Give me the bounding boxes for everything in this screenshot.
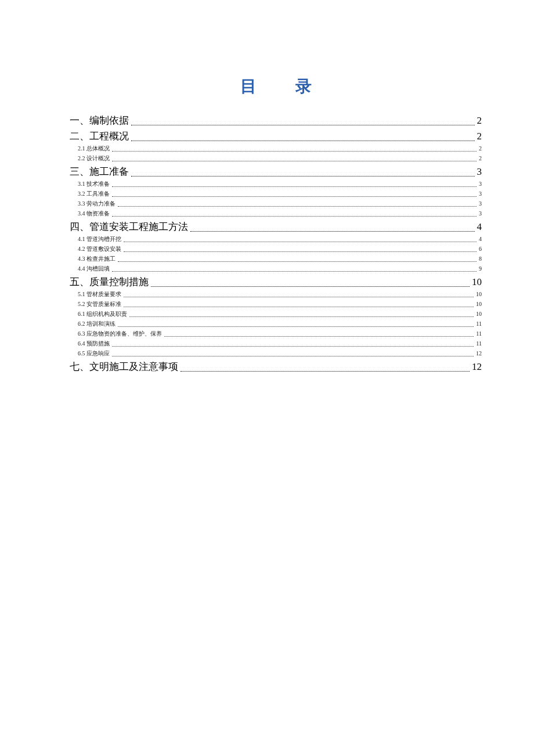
toc-page-number: 10 [476,291,482,297]
toc-leader-dots [112,186,477,187]
toc-leader-dots [151,286,470,287]
toc-page-number: 8 [479,255,482,262]
toc-label: 5.1 管材质量要求 [78,290,121,298]
toc-leader-dots [112,355,474,357]
toc-entry: 七、文明施工及注意事项12 [70,360,482,373]
toc-label: 6.1 组织机构及职责 [78,310,127,318]
toc-entry: 五、质量控制措施10 [70,275,482,289]
toc-entry: 2.1 总体概况2 [78,145,482,153]
toc-page-number: 12 [476,350,482,357]
toc-leader-dots [124,296,474,297]
toc-entry: 3.3 劳动力准备3 [78,200,482,208]
toc-label: 4.2 管道敷设安装 [78,245,121,253]
toc-label: 6.4 预防措施 [78,340,110,348]
toc-page-number: 12 [472,361,482,373]
toc-page-number: 6 [479,246,482,252]
toc-label: 6.2 培训和演练 [78,320,116,328]
toc-entry: 5.2 安管质量标准10 [78,300,482,308]
toc-leader-dots [112,196,477,197]
toc-entry: 4.2 管道敷设安装6 [78,245,482,253]
toc-entry: 6.5 应急响应12 [78,350,482,358]
toc-leader-dots [164,336,474,337]
toc-label: 6.5 应急响应 [78,350,110,358]
toc-label: 七、文明施工及注意事项 [70,360,178,373]
toc-page-number: 4 [479,236,482,242]
toc-leader-dots [124,306,474,307]
document-page: 目 录 一、编制依据2二、工程概况22.1 总体概况22.2 设计概况2三、施工… [0,0,534,373]
toc-leader-dots [112,271,477,272]
toc-entry: 4.1 管道沟槽开挖4 [78,235,482,243]
toc-leader-dots [190,231,475,232]
toc-label: 3.3 劳动力准备 [78,200,116,208]
toc-entry: 三、施工准备3 [70,165,482,178]
toc-leader-dots [118,206,477,207]
toc-leader-dots [131,175,475,177]
toc-leader-dots [129,316,474,317]
toc-label: 3.1 技术准备 [78,180,110,188]
toc-page-number: 3 [479,181,482,187]
toc-label: 4.4 沟槽回填 [78,265,110,273]
toc-page-number: 11 [476,330,482,337]
toc-label: 3.2 工具准备 [78,190,110,198]
toc-label: 6.3 应急物资的准备、维护、保养 [78,330,162,338]
toc-page-number: 9 [479,265,482,272]
toc-label: 3.4 物资准备 [78,210,110,218]
toc-entry: 3.4 物资准备3 [78,210,482,218]
toc-page-number: 4 [477,221,482,233]
toc-entry: 5.1 管材质量要求10 [78,290,482,298]
toc-entry: 二、工程概况2 [70,129,482,143]
toc-page-number: 2 [477,131,482,142]
toc-page-number: 2 [477,115,482,127]
toc-leader-dots [118,261,477,262]
toc-leader-dots [112,345,474,347]
toc-page-number: 3 [479,210,482,217]
toc-entry: 4.3 检查井施工8 [78,255,482,263]
toc-page-number: 2 [479,155,482,161]
toc-leader-dots [124,241,477,242]
toc-page-number: 10 [476,311,482,317]
toc-leader-dots [112,215,477,217]
toc-label: 一、编制依据 [70,114,129,127]
toc-label: 4.3 检查井施工 [78,255,116,263]
toc-entry: 6.1 组织机构及职责10 [78,310,482,318]
toc-page-number: 3 [479,200,482,207]
toc-entry: 2.2 设计概况2 [78,154,482,163]
toc-label: 二、工程概况 [70,129,129,143]
toc-page-number: 11 [476,340,482,347]
toc-entry: 四、管道安装工程施工方法4 [70,220,482,233]
toc-entry: 一、编制依据2 [70,114,482,127]
toc-entry: 6.3 应急物资的准备、维护、保养11 [78,330,482,338]
toc-entry: 3.1 技术准备3 [78,180,482,188]
toc-leader-dots [112,160,477,161]
toc-leader-dots [131,140,475,141]
toc-label: 三、施工准备 [70,165,129,178]
toc-label: 五、质量控制措施 [70,275,149,289]
toc-page-number: 2 [479,145,482,152]
toc-leader-dots [112,150,477,152]
toc-label: 4.1 管道沟槽开挖 [78,235,121,243]
toc-entry: 4.4 沟槽回填9 [78,265,482,273]
toc-page-number: 11 [476,321,482,327]
toc-leader-dots [124,251,477,252]
toc-entry: 6.4 预防措施11 [78,340,482,348]
toc-label: 5.2 安管质量标准 [78,300,121,308]
toc-label: 2.2 设计概况 [78,154,110,163]
toc-page-number: 3 [477,166,482,178]
toc-entry: 6.2 培训和演练11 [78,320,482,328]
toc-leader-dots [131,124,475,125]
toc-page-number: 3 [479,190,482,197]
toc-page-number: 10 [472,276,482,288]
toc-entry: 3.2 工具准备3 [78,190,482,198]
toc-leader-dots [181,370,470,372]
toc-label: 2.1 总体概况 [78,145,110,153]
toc-leader-dots [118,326,474,327]
page-title: 目 录 [70,75,482,98]
table-of-contents: 一、编制依据2二、工程概况22.1 总体概况22.2 设计概况2三、施工准备33… [70,114,482,373]
toc-page-number: 10 [476,301,482,307]
toc-label: 四、管道安装工程施工方法 [70,220,188,233]
